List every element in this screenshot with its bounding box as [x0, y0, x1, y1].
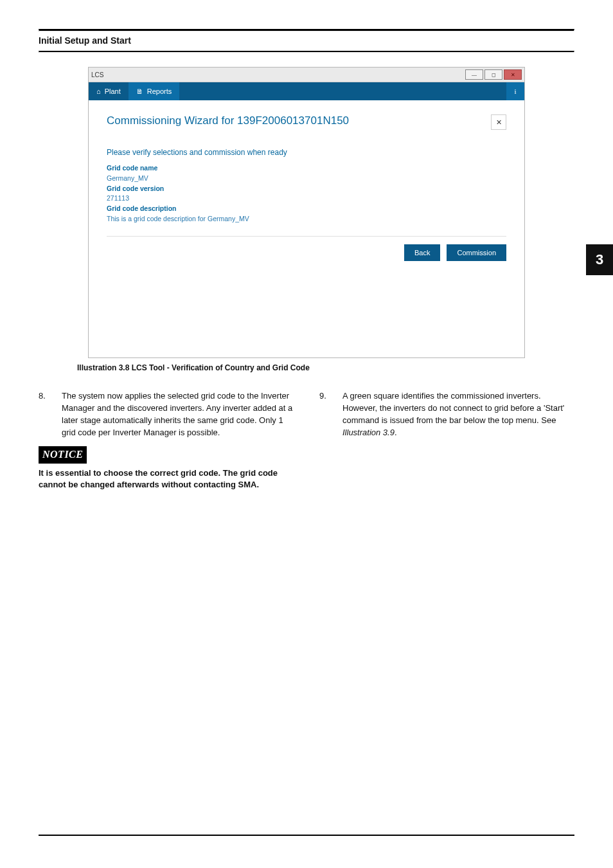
- section-title: Initial Setup and Start: [39, 35, 574, 46]
- grid-code-name-value: Germany_MV: [107, 174, 506, 184]
- window-titlebar: LCS — ◻ ✕: [89, 68, 524, 82]
- commission-button[interactable]: Commission: [447, 244, 506, 261]
- tab-reports[interactable]: 🗎 Reports: [129, 82, 180, 100]
- list-item-9-text-pre: A green square identifies the commission…: [342, 391, 564, 425]
- list-item-9-text: A green square identifies the commission…: [342, 390, 574, 439]
- window-minimize-icon[interactable]: —: [465, 69, 483, 80]
- list-item-8: 8. The system now applies the selected g…: [39, 390, 294, 439]
- window-maximize-icon[interactable]: ◻: [484, 69, 502, 80]
- window-close-icon[interactable]: ✕: [504, 69, 522, 80]
- grid-code-description-value: This is a grid code description for Germ…: [107, 214, 506, 224]
- app-menubar: ⌂ Plant 🗎 Reports i: [89, 82, 524, 100]
- section-number-tab: 3: [586, 244, 613, 275]
- back-button[interactable]: Back: [404, 244, 440, 261]
- list-item-8-text: The system now applies the selected grid…: [62, 390, 294, 439]
- window-title-text: LCS: [91, 71, 103, 78]
- section-rule: [39, 51, 574, 53]
- list-item-9-number: 9.: [319, 390, 342, 439]
- close-icon: ✕: [496, 118, 502, 127]
- figure-caption: Illustration 3.8 LCS Tool - Verification…: [77, 363, 574, 372]
- commissioning-wizard-modal: Commissioning Wizard for 139F2006013701N…: [89, 100, 524, 357]
- info-button[interactable]: i: [506, 82, 524, 100]
- grid-code-fields: Grid code name Germany_MV Grid code vers…: [107, 163, 506, 224]
- list-item-9-text-ref: Illustration 3.9: [342, 428, 395, 437]
- lcs-window: LCS — ◻ ✕ ⌂ Plant 🗎 Reports i: [88, 67, 525, 358]
- footer-rule: [39, 835, 574, 836]
- list-item-9-text-post: .: [395, 428, 397, 437]
- tab-reports-label: Reports: [147, 87, 172, 95]
- modal-title: Commissioning Wizard for 139F2006013701N…: [107, 114, 491, 127]
- info-icon: i: [514, 87, 516, 95]
- modal-subheading: Please verify selections and commission …: [107, 148, 506, 157]
- list-item-9: 9. A green square identifies the commiss…: [319, 390, 574, 439]
- modal-separator: [107, 236, 506, 237]
- home-icon: ⌂: [96, 87, 101, 95]
- grid-code-version-label: Grid code version: [107, 184, 506, 194]
- grid-code-name-label: Grid code name: [107, 163, 506, 174]
- notice-badge: NOTICE: [39, 446, 87, 463]
- grid-code-version-value: 271113: [107, 194, 506, 204]
- document-icon: 🗎: [136, 87, 143, 95]
- modal-close-button[interactable]: ✕: [491, 114, 506, 130]
- tab-plant-label: Plant: [105, 87, 121, 95]
- list-item-8-number: 8.: [39, 390, 62, 439]
- tab-plant[interactable]: ⌂ Plant: [89, 82, 129, 100]
- grid-code-description-label: Grid code description: [107, 204, 506, 214]
- notice-text: It is essential to choose the correct gr…: [39, 467, 294, 492]
